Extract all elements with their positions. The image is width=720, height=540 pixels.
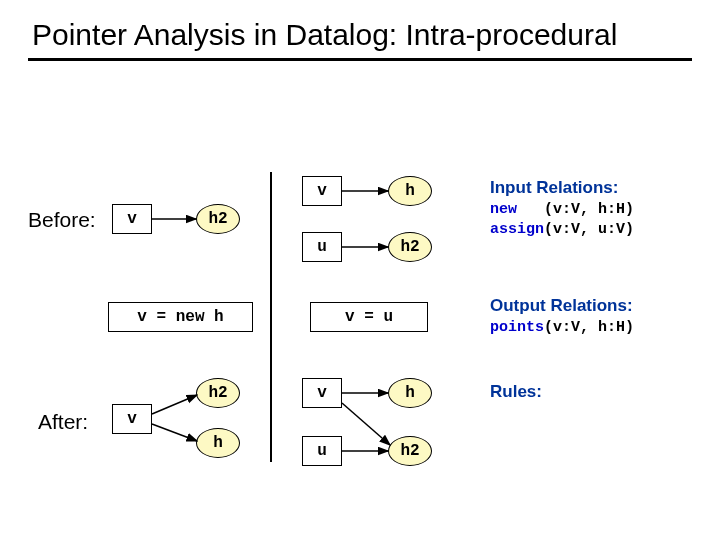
before-label: Before: [28, 208, 96, 232]
node-h-r2: h [388, 378, 432, 408]
node-u-r1: u [302, 232, 342, 262]
kw-points: points [490, 319, 544, 336]
svg-line-4 [152, 424, 197, 441]
diagram-stage: Before: After: v h2 v h u h2 v = new h v… [0, 100, 720, 520]
node-h-after: h [196, 428, 240, 458]
input-relations-header: Input Relations: [490, 178, 634, 198]
kw-assign: assign [490, 221, 544, 238]
node-v-r2: v [302, 378, 342, 408]
svg-line-3 [152, 395, 197, 414]
sig-new: (v:V, h:H) [544, 201, 634, 218]
node-h2-before: h2 [196, 204, 240, 234]
stmt-new: v = new h [108, 302, 253, 332]
divider [28, 58, 692, 61]
node-u-r2: u [302, 436, 342, 466]
output-relations: Output Relations: points(v:V, h:H) [490, 296, 634, 336]
kw-new: new [490, 201, 517, 218]
node-v-before: v [112, 204, 152, 234]
after-label: After: [38, 410, 88, 434]
page-title: Pointer Analysis in Datalog: Intra-proce… [0, 0, 720, 58]
sig-points: (v:V, h:H) [544, 319, 634, 336]
sig-assign: (v:V, u:V) [544, 221, 634, 238]
node-h-r1: h [388, 176, 432, 206]
output-relations-header: Output Relations: [490, 296, 634, 316]
svg-line-6 [342, 403, 390, 445]
node-v-after: v [112, 404, 152, 434]
node-h2-after: h2 [196, 378, 240, 408]
input-relations: Input Relations: new (v:V, h:H) assign(v… [490, 178, 634, 238]
rules-header: Rules: [490, 382, 542, 402]
node-v-r1: v [302, 176, 342, 206]
stmt-assign: v = u [310, 302, 428, 332]
vertical-divider [270, 172, 272, 462]
node-h2-r2b: h2 [388, 436, 432, 466]
rules: Rules: [490, 382, 542, 402]
node-h2-r1: h2 [388, 232, 432, 262]
